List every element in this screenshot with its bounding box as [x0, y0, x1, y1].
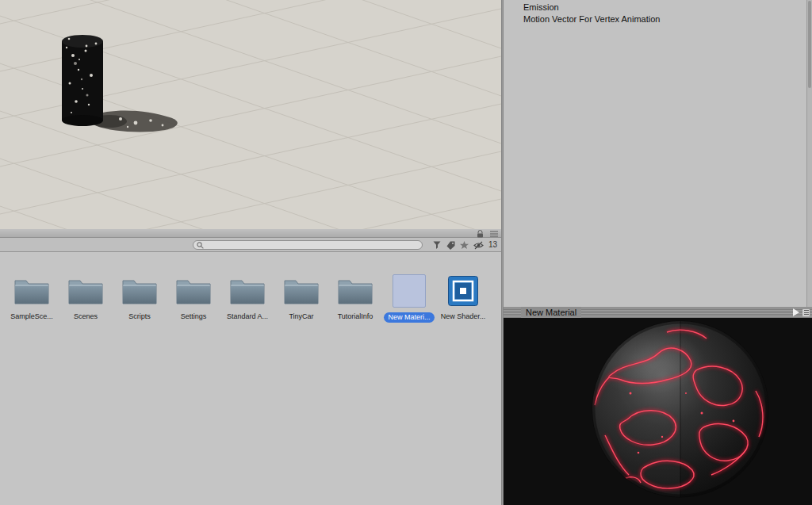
project-item-label: Scenes	[74, 312, 98, 321]
project-item-new-material[interactable]: New Materi...	[382, 271, 436, 323]
unity-editor-window: 13 SampleSce... Scenes	[0, 0, 812, 505]
project-item-standard-assets[interactable]: Standard A...	[220, 271, 274, 321]
preview-title: New Material	[521, 307, 581, 318]
favorite-star-icon[interactable]	[460, 241, 469, 250]
project-item-label: Standard A...	[227, 312, 268, 321]
scrollbar-thumb[interactable]	[808, 1, 811, 88]
lock-icon[interactable]	[477, 230, 484, 238]
folder-icon	[330, 271, 381, 311]
project-item-settings[interactable]: Settings	[167, 271, 220, 321]
scene-view[interactable]	[0, 0, 501, 229]
project-item-new-shader[interactable]: New Shader...	[436, 271, 490, 321]
project-window-titlebar	[0, 229, 501, 238]
project-item-tinycar[interactable]: TinyCar	[274, 271, 328, 321]
project-content: SampleSce... Scenes Scripts	[0, 252, 501, 505]
project-item-label: Settings	[181, 312, 207, 321]
project-item-label: TutorialInfo	[338, 312, 373, 321]
material-preview-sphere	[504, 318, 812, 505]
scene-canvas	[0, 0, 501, 229]
inspector-property-emission: Emission	[523, 2, 559, 12]
hidden-items-eye-icon[interactable]	[473, 241, 484, 250]
preview-options-icon[interactable]	[802, 309, 810, 316]
search-icon	[197, 238, 204, 252]
project-item-scripts[interactable]: Scripts	[113, 271, 167, 321]
search-input[interactable]	[193, 240, 423, 250]
hidden-items-count: 13	[488, 239, 497, 251]
inspector-scrollbar[interactable]	[806, 0, 812, 307]
folder-icon	[276, 271, 327, 311]
folder-icon	[168, 271, 219, 311]
material-preview[interactable]	[504, 318, 812, 505]
project-item-scenes[interactable]: Scenes	[59, 271, 113, 321]
project-item-tutorialinfo[interactable]: TutorialInfo	[328, 271, 382, 321]
play-icon[interactable]	[793, 308, 799, 316]
folder-icon	[60, 271, 111, 311]
shader-icon	[438, 271, 488, 311]
inspector-property-motion-vector: Motion Vector For Vertex Animation	[523, 14, 660, 24]
project-item-label: TinyCar	[289, 312, 313, 321]
filter-by-type-icon[interactable]	[433, 241, 442, 250]
project-toolbar: 13	[0, 238, 501, 252]
folder-icon	[6, 271, 57, 311]
filter-by-label-icon[interactable]	[446, 241, 455, 250]
project-item-label: Scripts	[128, 312, 151, 321]
search-field[interactable]	[206, 241, 422, 249]
folder-icon	[222, 271, 273, 311]
project-item-label: New Shader...	[441, 312, 486, 321]
inspector-panel: Emission Motion Vector For Vertex Animat…	[504, 0, 812, 307]
project-item-label-selected: New Materi...	[384, 312, 434, 323]
window-menu-icon[interactable]	[490, 231, 498, 237]
folder-icon	[114, 271, 165, 311]
preview-header[interactable]: New Material	[504, 307, 812, 318]
project-item-label: SampleSce...	[10, 312, 53, 321]
cylinder-object[interactable]	[62, 35, 103, 126]
project-item-samplescene[interactable]: SampleSce...	[5, 271, 59, 321]
material-thumbnail-icon	[384, 271, 435, 311]
